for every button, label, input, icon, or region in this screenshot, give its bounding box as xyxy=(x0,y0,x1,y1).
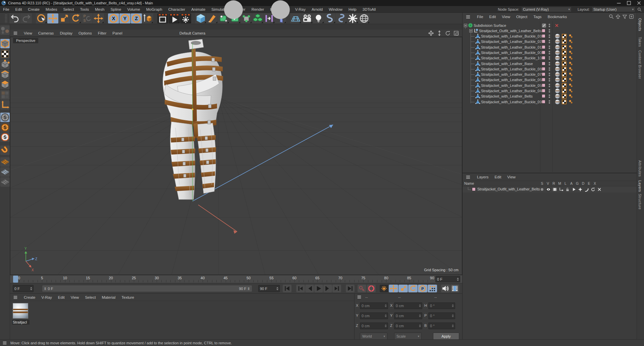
search-icon[interactable] xyxy=(609,14,614,19)
layer-color-chip[interactable] xyxy=(542,72,545,76)
menu-item-edit[interactable]: Edit xyxy=(55,295,68,299)
coord-field-0-1[interactable]: 0 cm xyxy=(394,302,422,309)
layer-row[interactable]: Straitjacket_Outfit_with_Leather_Belts xyxy=(463,186,637,192)
last-tool-icon[interactable]: PS xyxy=(82,13,93,23)
menu-item-animate[interactable]: Animate xyxy=(188,7,208,11)
menu-item-arnold[interactable]: Arnold xyxy=(309,7,326,11)
material-tag-icon[interactable] xyxy=(555,45,560,50)
layer-color-chip[interactable] xyxy=(472,187,476,191)
layer-color-chip[interactable] xyxy=(542,94,545,98)
point-mode-icon[interactable] xyxy=(0,60,10,69)
coord-field-0-2[interactable]: 0 ° xyxy=(428,302,455,309)
layout-select[interactable]: Startup (User)▾ xyxy=(592,7,635,12)
coord-field-0-0[interactable]: 0 cm xyxy=(360,302,388,309)
phong-tag-icon[interactable] xyxy=(569,89,573,93)
uvw-tag-icon[interactable] xyxy=(562,56,567,60)
viewport-camera-label[interactable]: Default Camera xyxy=(179,30,307,37)
script-b-icon[interactable] xyxy=(336,13,347,23)
key-settings-button[interactable] xyxy=(380,285,388,292)
zoom-icon[interactable] xyxy=(437,31,442,36)
simulate-icon[interactable] xyxy=(347,13,358,23)
enabled-toggle-icon[interactable] xyxy=(542,23,546,28)
material-name[interactable]: Straitjacl xyxy=(12,320,30,325)
make-editable-icon[interactable] xyxy=(0,25,10,35)
material-tag-icon[interactable] xyxy=(555,83,560,88)
pan-icon[interactable] xyxy=(428,31,434,36)
phong-tag-icon[interactable] xyxy=(569,77,573,82)
redo-icon[interactable] xyxy=(21,13,32,23)
move-icon[interactable] xyxy=(47,13,58,23)
live-selection-icon[interactable] xyxy=(36,13,47,23)
phong-tag-icon[interactable] xyxy=(569,34,573,39)
light-icon[interactable] xyxy=(313,13,324,23)
visibility-dots-icon[interactable] xyxy=(547,39,552,44)
layer-color-chip[interactable] xyxy=(542,51,545,54)
visibility-dots-icon[interactable] xyxy=(547,34,552,39)
menu-item-object[interactable]: Object xyxy=(513,15,530,19)
maximize-view-icon[interactable] xyxy=(453,31,459,36)
coordinate-menu-icon[interactable] xyxy=(357,295,362,299)
xref-icon[interactable] xyxy=(597,187,602,192)
uvw-tag-icon[interactable] xyxy=(562,83,567,88)
snap-2d-icon[interactable]: S xyxy=(0,123,10,132)
record-key-button[interactable] xyxy=(358,285,366,292)
visibility-dots-icon[interactable] xyxy=(547,61,552,66)
visibility-dots-icon[interactable] xyxy=(547,45,552,50)
workplane-c-icon[interactable] xyxy=(0,177,10,187)
axis-z-icon[interactable]: Z xyxy=(131,13,142,23)
object-row-child[interactable]: Straitjacket_with_Leather_Buckle_04 xyxy=(463,88,637,94)
object-row-child[interactable]: Straitjacket_with_Leather_Buckle_00 xyxy=(463,50,637,55)
menu-item-cameras[interactable]: Cameras xyxy=(35,31,57,35)
layer-color-chip[interactable] xyxy=(542,62,545,65)
object-row-child[interactable]: Straitjacket_with_Leather_Buckle_06 xyxy=(463,77,637,82)
script-a-icon[interactable] xyxy=(324,13,335,23)
minimize-icon[interactable] xyxy=(614,0,624,6)
menu-item-display[interactable]: Display xyxy=(57,31,75,35)
next-key-button[interactable] xyxy=(332,285,341,292)
menu-item-view[interactable]: View xyxy=(21,31,35,35)
side-tab-structure[interactable]: Structure xyxy=(638,194,642,210)
add-icon[interactable] xyxy=(629,14,634,19)
material-tag-icon[interactable] xyxy=(555,39,560,44)
menu-item-select[interactable]: Select xyxy=(60,7,77,11)
uvw-tag-icon[interactable] xyxy=(562,45,567,50)
visibility-dots-icon[interactable] xyxy=(547,23,552,28)
side-tab-layers[interactable]: Layers xyxy=(638,180,642,192)
menu-item-3dtoall[interactable]: 3DToAll xyxy=(360,7,379,11)
expressions-icon[interactable] xyxy=(591,187,595,192)
play-button[interactable] xyxy=(314,285,323,292)
menu-item-panel[interactable]: Panel xyxy=(109,31,125,35)
menu-item-select[interactable]: Select xyxy=(82,295,99,299)
prev-frame-button[interactable] xyxy=(305,285,314,292)
menu-item-layers[interactable]: Layers xyxy=(474,175,492,179)
layer-color-chip[interactable] xyxy=(542,34,545,38)
coordinate-space-select[interactable]: World▾ xyxy=(360,333,387,340)
workplane-a-icon[interactable] xyxy=(0,157,10,167)
close-icon[interactable] xyxy=(634,0,644,6)
object-row-child[interactable]: Straitjacket_with_Leather_Buckle_03 xyxy=(463,34,637,39)
object-row-child[interactable]: Straitjacket_with_Leather_Buckle_07 xyxy=(463,72,637,77)
uvw-tag-icon[interactable] xyxy=(562,89,567,93)
edge-mode-icon[interactable] xyxy=(0,70,10,79)
side-tab-attributes[interactable]: Attributes xyxy=(638,160,642,177)
rotate-icon[interactable] xyxy=(70,13,81,23)
phong-tag-icon[interactable] xyxy=(569,45,573,50)
render-settings-icon[interactable] xyxy=(180,13,191,23)
menu-item-edit[interactable]: Edit xyxy=(12,7,25,11)
object-row-child[interactable]: Straitjacket_with_Leather_Buckle_09 xyxy=(463,99,637,105)
phong-tag-icon[interactable] xyxy=(569,67,573,71)
uvw-tag-icon[interactable] xyxy=(562,50,567,55)
model-mode-icon[interactable] xyxy=(0,39,10,48)
visibility-dots-icon[interactable] xyxy=(547,77,552,82)
uvw-tag-icon[interactable] xyxy=(562,39,567,44)
menu-item-mograph[interactable]: MoGraph xyxy=(143,7,165,11)
menu-item-bookmarks[interactable]: Bookmarks xyxy=(545,15,570,19)
lock-icon[interactable] xyxy=(565,187,570,192)
layer-color-chip[interactable] xyxy=(542,40,545,43)
visibility-dots-icon[interactable] xyxy=(547,100,552,104)
autokey-button[interactable] xyxy=(367,285,376,292)
menu-item-edit[interactable]: Edit xyxy=(492,175,504,179)
visibility-dots-icon[interactable] xyxy=(547,94,552,99)
timeline-range-slider[interactable]: ‖ 0 F 90 F ‖ xyxy=(42,285,252,292)
menu-item-window[interactable]: Window xyxy=(326,7,345,11)
